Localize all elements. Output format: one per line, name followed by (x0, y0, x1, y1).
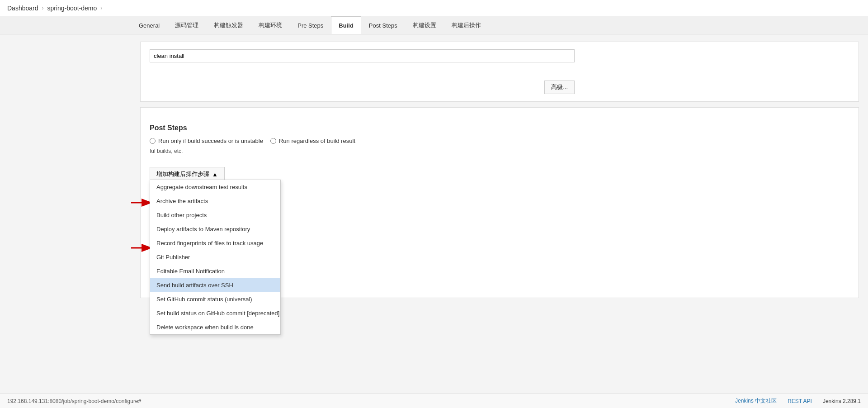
page-body: 高级... Post Steps Run only if build succe… (0, 34, 868, 394)
footer-community[interactable]: Jenkins 中文社区 (735, 397, 777, 405)
tab-trigger[interactable]: 构建触发器 (206, 16, 251, 34)
dropdown-item-email[interactable]: Editable Email Notification (150, 264, 280, 278)
tab-env[interactable]: 构建环境 (251, 16, 290, 34)
footer-rest-api[interactable]: REST API (788, 398, 812, 404)
advanced-button[interactable]: 高级... (544, 81, 575, 94)
breadcrumb-project[interactable]: spring-boot-demo (47, 5, 97, 12)
tab-poststeps[interactable]: Post Steps (361, 16, 405, 34)
left-sidebar (0, 34, 131, 394)
add-step-container: 增加构建后操作步骤 ▲ Aggregate downstream test re… (150, 161, 225, 181)
dropdown-item-deploy-maven[interactable]: Deploy artifacts to Maven repository (150, 222, 280, 236)
tab-source[interactable]: 源码管理 (167, 16, 206, 34)
dropdown-item-delete-workspace[interactable]: Delete workspace when build is done (150, 320, 280, 334)
radio-1-label: Run only if build succeeds or is unstabl… (158, 138, 263, 144)
build-input[interactable] (150, 49, 575, 62)
dropdown-item-ssh[interactable]: Send build artifacts over SSH (150, 278, 280, 292)
tab-general[interactable]: General (131, 16, 167, 34)
footer-version: Jenkins 2.289.1 (823, 398, 861, 404)
dropdown-item-build-other[interactable]: Build other projects (150, 208, 280, 222)
dropdown-menu: Aggregate downstream test results Archiv… (150, 180, 281, 335)
dropdown-item-aggregate[interactable]: Aggregate downstream test results (150, 180, 280, 194)
post-steps-heading: Post Steps (150, 124, 849, 132)
breadcrumb: Dashboard › spring-boot-demo › (0, 0, 868, 16)
advanced-btn-row: 高级... (150, 81, 575, 94)
dropdown-item-git-publisher[interactable]: Git Publisher (150, 250, 280, 264)
radio-option-1[interactable]: Run only if build succeeds or is unstabl… (150, 138, 263, 144)
post-steps-panel: Post Steps Run only if build succeeds or… (140, 107, 859, 298)
config-content: 高级... Post Steps Run only if build succe… (131, 34, 868, 394)
dropdown-item-archive[interactable]: Archive the artifacts (150, 194, 280, 208)
dropdown-item-fingerprints[interactable]: Record fingerprints of files to track us… (150, 236, 280, 250)
radio-2[interactable] (270, 138, 276, 144)
tab-build[interactable]: Build (331, 16, 361, 34)
breadcrumb-dashboard[interactable]: Dashboard (7, 5, 38, 12)
dropdown-item-github-deprecated[interactable]: Set build status on GitHub commit [depre… (150, 306, 280, 320)
footer: 192.168.149.131:8080/job/spring-boot-dem… (0, 394, 868, 408)
footer-right: Jenkins 中文社区 REST API Jenkins 2.289.1 (735, 397, 861, 405)
footer-url: 192.168.149.131:8080/job/spring-boot-dem… (7, 398, 141, 404)
add-step-icon: ▲ (212, 171, 218, 178)
add-step-label: 增加构建后操作步骤 (156, 170, 209, 178)
dropdown-item-github-status[interactable]: Set GitHub commit status (universal) (150, 292, 280, 306)
main-content: General 源码管理 构建触发器 构建环境 Pre Steps Build … (0, 16, 868, 394)
tab-postbuild[interactable]: 构建后操作 (444, 16, 489, 34)
breadcrumb-sep2: › (100, 5, 102, 11)
desc-text: ful builds, etc. (150, 148, 849, 154)
radio-1[interactable] (150, 138, 156, 144)
tab-bar: General 源码管理 构建触发器 构建环境 Pre Steps Build … (0, 16, 868, 34)
tab-presteps[interactable]: Pre Steps (290, 16, 331, 34)
radio-row: Run only if build succeeds or is unstabl… (150, 138, 849, 144)
breadcrumb-sep1: › (42, 5, 44, 11)
build-panel: 高级... (140, 42, 859, 102)
tab-settings[interactable]: 构建设置 (405, 16, 444, 34)
radio-option-2[interactable]: Run regardless of build result (270, 138, 355, 144)
radio-2-label: Run regardless of build result (279, 138, 355, 144)
